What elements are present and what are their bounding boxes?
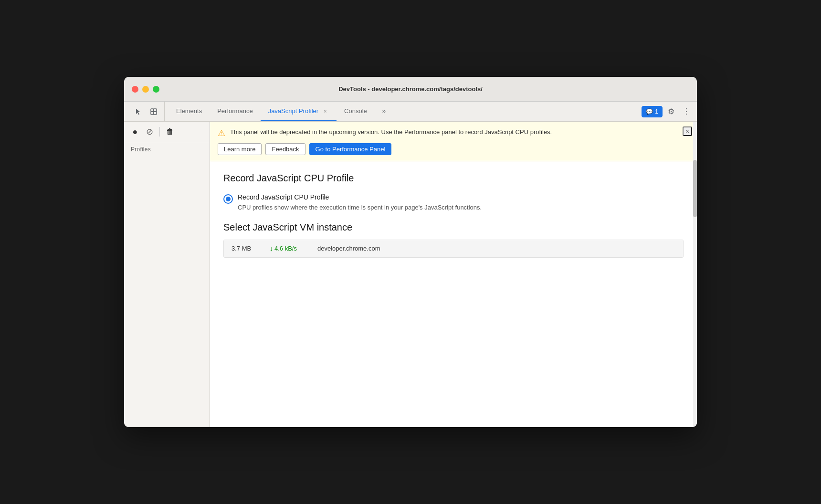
download-icon: ↓ — [270, 245, 273, 252]
record-button[interactable]: ● — [129, 126, 141, 138]
banner-message-row: ⚠ This panel will be deprecated in the u… — [218, 127, 689, 138]
feedback-button[interactable]: Feedback — [265, 143, 305, 155]
titlebar: DevTools - developer.chrome.com/tags/dev… — [124, 77, 697, 102]
profile-option-description: CPU profiles show where the execution ti… — [238, 203, 482, 212]
window-controls — [132, 86, 159, 93]
profile-option-text: Record JavaScript CPU Profile CPU profil… — [238, 193, 482, 212]
vm-section-title: Select JavaScript VM instance — [223, 222, 684, 233]
scrollbar[interactable] — [693, 122, 697, 427]
main-area: ● ⊘ 🗑 Profiles ⚠ This panel will be depr… — [124, 122, 697, 427]
tab-console[interactable]: Console — [337, 102, 375, 121]
devtools-window: DevTools - developer.chrome.com/tags/dev… — [124, 77, 697, 427]
tabbar: Elements Performance JavaScript Profiler… — [124, 102, 697, 122]
tab-js-profiler-close[interactable]: × — [321, 107, 329, 115]
content-body: Record JavaScript CPU Profile Record Jav… — [210, 161, 697, 427]
learn-more-button[interactable]: Learn more — [218, 143, 262, 155]
vm-speed-value: 4.6 kB/s — [274, 245, 297, 252]
profile-option-cpu: Record JavaScript CPU Profile CPU profil… — [223, 193, 684, 212]
tab-performance[interactable]: Performance — [210, 102, 260, 121]
tab-performance-label: Performance — [217, 107, 253, 115]
tab-js-profiler-label: JavaScript Profiler — [268, 107, 318, 115]
trash-icon: 🗑 — [166, 127, 174, 136]
minimize-window-button[interactable] — [142, 86, 149, 93]
tab-console-label: Console — [344, 107, 367, 115]
scrollbar-thumb[interactable] — [693, 160, 697, 217]
vm-size: 3.7 MB — [232, 245, 260, 252]
go-to-performance-panel-button[interactable]: Go to Performance Panel — [309, 143, 392, 155]
radio-inner — [226, 197, 231, 201]
notification-button[interactable]: 💬 1 — [642, 106, 663, 117]
tab-more[interactable]: » — [375, 102, 393, 121]
svg-rect-1 — [154, 109, 157, 112]
close-window-button[interactable] — [132, 86, 138, 93]
notification-count: 1 — [655, 108, 658, 115]
vm-url: developer.chrome.com — [317, 245, 380, 252]
more-options-button[interactable]: ⋮ — [680, 105, 693, 118]
deprecation-banner: ⚠ This panel will be deprecated in the u… — [210, 122, 697, 161]
vm-instances-table: 3.7 MB ↓ 4.6 kB/s developer.chrome.com — [223, 240, 684, 258]
vm-speed: ↓ 4.6 kB/s — [270, 245, 308, 252]
vm-instance-row[interactable]: 3.7 MB ↓ 4.6 kB/s developer.chrome.com — [224, 240, 683, 257]
window-title: DevTools - developer.chrome.com/tags/dev… — [338, 85, 483, 93]
content-panel: ⚠ This panel will be deprecated in the u… — [210, 122, 697, 427]
banner-close-button[interactable]: × — [683, 126, 692, 136]
svg-rect-0 — [151, 109, 154, 112]
tabbar-actions: 💬 1 ⚙ ⋮ — [642, 102, 697, 121]
tab-js-profiler[interactable]: JavaScript Profiler × — [261, 102, 337, 121]
toolbar-divider — [159, 127, 160, 136]
maximize-window-button[interactable] — [153, 86, 159, 93]
settings-button[interactable]: ⚙ — [664, 105, 678, 118]
sidebar-toolbar: ● ⊘ 🗑 — [124, 122, 210, 142]
banner-actions-row: Learn more Feedback Go to Performance Pa… — [218, 143, 689, 155]
cursor-icon[interactable] — [132, 105, 145, 118]
tab-elements[interactable]: Elements — [168, 102, 210, 121]
gear-icon: ⚙ — [668, 107, 674, 116]
inspect-element-icon[interactable] — [147, 105, 160, 118]
delete-button[interactable]: 🗑 — [164, 126, 176, 138]
radio-cpu-profile[interactable] — [223, 194, 233, 204]
stop-button[interactable]: ⊘ — [143, 126, 156, 138]
svg-rect-3 — [154, 112, 157, 115]
record-section-title: Record JavaScript CPU Profile — [223, 173, 684, 184]
profile-option-title: Record JavaScript CPU Profile — [238, 193, 482, 201]
sidebar: ● ⊘ 🗑 Profiles — [124, 122, 210, 427]
warning-icon: ⚠ — [218, 128, 225, 138]
more-options-icon: ⋮ — [683, 107, 690, 116]
tab-elements-label: Elements — [176, 107, 202, 115]
notification-icon: 💬 — [646, 108, 653, 115]
stop-icon: ⊘ — [146, 126, 153, 137]
sidebar-profiles-label: Profiles — [124, 142, 210, 157]
banner-text: This panel will be deprecated in the upc… — [230, 127, 552, 137]
svg-rect-2 — [151, 112, 154, 115]
record-icon: ● — [133, 127, 138, 137]
more-tabs-icon: » — [382, 107, 386, 115]
devtools-icon-group — [128, 102, 165, 121]
